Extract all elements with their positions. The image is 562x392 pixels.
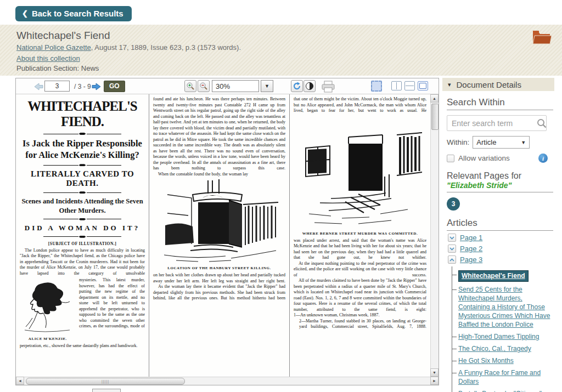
illustration-caption: WHERE BERNER STREET MURDER WAS COMMITTED… (294, 231, 426, 236)
article-link-chico-cal-tragedy[interactable]: The Chico, Cal., Tragedy (458, 345, 531, 353)
ornament-divider (43, 236, 121, 238)
articles-heading: Articles (447, 218, 553, 231)
horizontal-scrollbar-thumb[interactable]: ||||| (26, 378, 185, 385)
page: ❮ Back to Search Results Whitechapel's F… (0, 0, 562, 392)
crime-list-item: 1—An unknown woman, Christmas week, 1887… (294, 313, 426, 319)
document-details-section-header[interactable]: ▾ Document Details (442, 78, 554, 91)
collapse-page-3-button[interactable] (448, 255, 456, 264)
portrait-caption: ALICE M'KENZIE. (20, 337, 76, 341)
document-viewer: / 3 - 9 GO 30% ▼ (15, 78, 439, 385)
ornament-divider (43, 191, 121, 194)
split-vertical-button[interactable] (391, 81, 402, 90)
article-item: He Got Six Months (452, 356, 553, 365)
scroll-left-button[interactable]: ◄ (16, 377, 24, 385)
page-2-link[interactable]: Page 2 (460, 245, 482, 253)
citation-suffix: , August 17, 1889, Issue 623, p.3 (1573 … (91, 43, 241, 52)
body-paragraph: found and ate his luncheon. He was there… (153, 96, 285, 172)
allow-variations-row: Allow variations i (447, 154, 553, 163)
viewer-toolbar: / 3 - 9 GO 30% ▼ (16, 78, 439, 94)
search-within-input[interactable] (447, 115, 547, 131)
within-selected-value: Article (476, 138, 496, 146)
article-link-funny-race[interactable]: A Funny Race for Fame and Dollars (458, 369, 541, 385)
page-1-link[interactable]: Page 1 (460, 234, 482, 242)
contrast-icon (305, 82, 314, 90)
relevant-pages-heading: Relevant Pages for (447, 171, 553, 181)
scroll-right-icon: ► (432, 379, 436, 383)
citation-line: National Police Gazette, August 17, 1889… (16, 43, 562, 52)
back-to-search-results-button[interactable]: ❮ Back to Search Results (15, 6, 132, 21)
page-number-input[interactable] (44, 81, 70, 92)
document-header: Whitechapel's Fiend National Police Gaze… (0, 25, 562, 76)
scroll-down-icon: ▼ (432, 371, 436, 374)
within-label: Within: (447, 138, 469, 146)
crime-list-item: 2—Martha Turner, found stabbed in 30 pla… (294, 319, 426, 330)
allow-variations-checkbox[interactable] (447, 155, 454, 162)
newspaper-deck-4: DID A WOMAN DO IT? (20, 224, 145, 232)
save-to-folder-icon[interactable] (531, 29, 553, 46)
newspaper-column-2: found and ate his luncheon. He was there… (149, 94, 290, 377)
newspaper-deck-1: Is Jack the Ripper Responsible for Alice… (20, 138, 145, 161)
berner-street-scene-illustration (298, 115, 422, 230)
scroll-down-button[interactable]: ▼ (430, 368, 439, 377)
scroll-right-button[interactable]: ► (430, 377, 439, 385)
page-tree-row: Page 2 (448, 245, 553, 253)
scroll-left-icon: ◄ (18, 379, 22, 383)
article-link-high-toned-dames[interactable]: High-Toned Dames Tippling (458, 333, 539, 340)
scroll-up-button[interactable]: ▲ (430, 94, 439, 103)
zoom-dropdown-button[interactable]: ▼ (261, 80, 273, 92)
page-range-label: / 3 - 9 (74, 83, 91, 90)
article-link-brutally-beaten[interactable]: Brutally Beaten by "Citizens" (458, 390, 542, 392)
section-expanded-icon: ▾ (448, 81, 451, 88)
print-icon[interactable] (321, 81, 335, 93)
info-icon[interactable]: i (538, 154, 548, 163)
horizontal-scrollbar[interactable]: ◄ ||||| ► (16, 377, 439, 385)
about-collection-link[interactable]: About this collection (16, 54, 80, 63)
go-button[interactable]: GO (104, 81, 125, 92)
alice-mckenzie-portrait-illustration (21, 280, 74, 336)
portrait-figure: ALICE M'KENZIE. (20, 279, 76, 343)
next-page-icon[interactable] (92, 83, 101, 90)
body-paragraph: At the inquest nothing pointing to the r… (294, 261, 426, 279)
ornament-divider (43, 164, 121, 166)
body-paragraph: that one of them might be the victim. Ab… (294, 96, 426, 114)
illustration-caption: LOCATION OF THE HANBURY STREET KILLING. (153, 266, 285, 270)
zoom-level-value[interactable]: 30% (212, 80, 259, 92)
clip-selection-button[interactable] (371, 81, 382, 92)
bottom-page-nav-remnant (92, 389, 121, 392)
article-link-send-25-cents[interactable]: Send 25 Cents for the Whitechapel Murder… (458, 286, 550, 328)
document-details-panel: Search Within Within: Article ▼ Allow va… (442, 97, 554, 392)
article-link-he-got-six-months[interactable]: He Got Six Months (458, 357, 514, 365)
zoom-out-button[interactable] (198, 80, 210, 92)
newspaper-page-image[interactable]: WHITECHAPEL'S FIEND. Is Jack the Ripper … (16, 94, 430, 377)
articles-tree: Page 1 Page 2 Page 3 Whitechapel's Fiend (447, 234, 553, 392)
article-item: A Funny Race for Fame and Dollars (452, 368, 553, 386)
vertical-scrollbar[interactable]: ▲ ▼ (430, 94, 439, 377)
body-paragraph: All of the murders claimed to have been … (294, 278, 426, 313)
allow-variations-label: Allow variations (458, 154, 510, 162)
newspaper-deck-2: LITERALLY CARVED TO DEATH. (20, 169, 145, 188)
expand-page-1-button[interactable] (448, 234, 456, 242)
zoom-in-icon (186, 82, 195, 90)
hanbury-street-doorway-illustration (160, 178, 279, 265)
document-title: Whitechapel's Fiend (16, 30, 562, 42)
source-publication-link[interactable]: National Police Gazette (16, 43, 91, 52)
portrait-section: ALICE M'KENZIE. mysteries. This latest m… (20, 277, 145, 343)
vertical-scrollbar-thumb[interactable] (431, 104, 439, 130)
contrast-button[interactable] (304, 80, 316, 92)
select-arrow-icon: ▼ (521, 140, 526, 145)
expand-page-2-button[interactable] (448, 245, 456, 253)
info-glyph: i (542, 155, 544, 162)
rotate-button[interactable] (291, 80, 303, 92)
article-link-whitechapels-fiend[interactable]: Whitechapel's Fiend (458, 270, 529, 282)
rotate-icon (293, 82, 301, 90)
zoom-out-icon (199, 82, 208, 90)
zoom-in-button[interactable] (184, 80, 196, 92)
split-horizontal-button[interactable] (404, 81, 415, 90)
article-item: Send 25 Cents for the Whitechapel Murder… (452, 285, 553, 329)
fit-to-window-button[interactable] (418, 81, 428, 90)
chevron-up-icon (449, 258, 454, 262)
previous-page-icon[interactable] (34, 83, 43, 90)
page-3-link[interactable]: Page 3 (460, 255, 482, 264)
relevant-search-term: "Elizabeth Stride" (447, 181, 553, 192)
within-select[interactable]: Article ▼ (473, 136, 530, 149)
